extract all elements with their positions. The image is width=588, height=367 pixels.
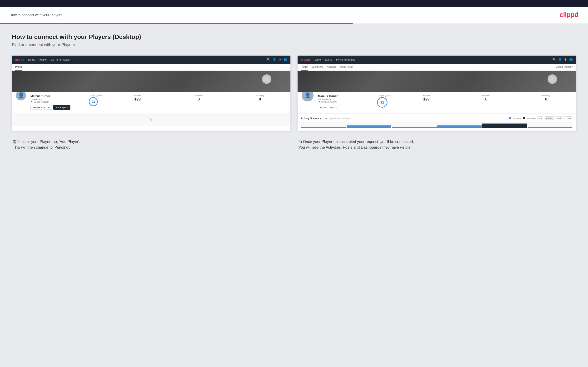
tab-whattoon-2[interactable]: What To On <box>340 64 353 71</box>
activity-subtitle: Monthly Activity · 6 Months <box>325 117 350 120</box>
stat-followers-2: Followers 0 <box>460 94 513 101</box>
activity-title: Activity Summary <box>301 117 321 120</box>
stat-following-2: Following 0 <box>519 94 573 101</box>
nav-teams-2[interactable]: Teams <box>325 58 332 61</box>
location-pin-icon-1: 📍 <box>30 101 33 103</box>
user-icon-1[interactable]: 👤 <box>273 58 276 61</box>
page-heading: How to connect with your Players (Deskto… <box>12 33 576 41</box>
profile-info-2: Marcus Turner 1-5 Handicap 📍 United King… <box>318 94 371 110</box>
header: How to connect with your Players clippd <box>0 7 588 23</box>
remove-player-wrapper: Remove Player ✕ <box>318 105 371 110</box>
filter-1mth[interactable]: 1 mth <box>565 117 573 120</box>
settings-icon-2[interactable]: ⚙ <box>564 58 567 61</box>
golf-banner-2 <box>298 71 576 92</box>
close-icon: ✕ <box>336 106 338 109</box>
stat-activities-2: Activities 129 <box>400 94 453 101</box>
tab-activities-2[interactable]: Activities <box>327 64 336 71</box>
player-handicap-2: 1-5 Handicap <box>318 98 371 101</box>
tab-profile-1[interactable]: Profile <box>15 64 22 71</box>
quality-circle-1: 92 <box>89 97 98 106</box>
tab-dashboard-2[interactable]: Dashboard <box>311 64 323 71</box>
top-bar <box>0 0 588 7</box>
globe-icon-2[interactable]: 🌐 <box>569 58 573 61</box>
profile-info-1: Marcus Turner 1-5 Handicap 📍 United King… <box>30 94 85 110</box>
quality-circle-2: 92 <box>377 97 388 108</box>
profile-section-1: 👤 Marcus Turner 1-5 Handicap 📍 United Ki… <box>12 92 290 113</box>
chart-bar-6 <box>527 127 572 128</box>
chart-area <box>301 122 573 128</box>
captions-row: 3) If this is your Player tap, 'Add Play… <box>12 139 576 150</box>
oncourse-legend-dot <box>509 117 511 119</box>
avatar-icon-1: 👤 <box>18 92 24 99</box>
player-name-2: Marcus Turner <box>318 94 371 98</box>
nav-right-1: 🔍 👤 ⚙ 🌐 <box>267 58 287 61</box>
quality-label-1: Player Quality <box>90 94 102 97</box>
screenshots-row: clippd Home Teams My Performance 🔍 👤 ⚙ 🌐… <box>12 56 576 131</box>
screenshot-2: clippd Home Teams My Performance 🔍 👤 ⚙ 🌐… <box>298 56 576 131</box>
caption-text-1: 3) If this is your Player tap, 'Add Play… <box>13 139 289 150</box>
filter-6mths[interactable]: 6 mths <box>545 117 554 120</box>
caption-block-2: 4) Once your Player has accepted your re… <box>298 139 576 150</box>
quality-label-2: Player Quality <box>379 94 390 97</box>
stats-group-2: Player Quality 92 <box>377 94 392 108</box>
chart-bar-1 <box>301 127 346 128</box>
search-icon-1[interactable]: 🔍 <box>267 58 270 61</box>
add-player-button-1[interactable]: Add Player + <box>53 105 70 110</box>
nav-home-2[interactable]: Home <box>314 58 321 61</box>
screenshot-bottom-1: ✎ <box>12 113 290 126</box>
nav-myperformance-2[interactable]: My Performance <box>336 58 355 61</box>
chart-bar-5 <box>482 124 527 128</box>
mock-tabs-2: Profile Dashboard Activities What To On … <box>298 64 576 71</box>
chart-bar-3 <box>392 127 436 128</box>
stat-activities-1: Activities 129 <box>110 94 164 101</box>
stat-following-1: Following 0 <box>233 94 287 101</box>
caption-block-1: 3) If this is your Player tap, 'Add Play… <box>12 139 290 150</box>
profile-buttons-1: Request to Follow Add Player + <box>30 105 85 110</box>
pencil-icon-1: ✎ <box>149 117 153 122</box>
activity-filters: On course Off course 1 yr 6 mths 3 mths … <box>509 117 573 120</box>
offcourse-label: Off course <box>527 117 536 119</box>
oncourse-label: On course <box>513 117 521 119</box>
nav-right-2: 🔍 👤 ⚙ 🌐 <box>552 58 573 61</box>
player-handicap-1: 1-5 Handicap <box>30 98 85 101</box>
chart-bar-2 <box>346 125 391 128</box>
player-name-1: Marcus Turner <box>30 94 85 98</box>
request-follow-button-1[interactable]: Request to Follow <box>30 105 52 110</box>
golf-banner-1 <box>12 71 290 92</box>
caption-text-2: 4) Once your Player has accepted your re… <box>299 139 575 150</box>
profile-section-2: 👤 Marcus Turner 1-5 Handicap 📍 United Ki… <box>298 92 576 113</box>
clippd-logo: clippd <box>560 11 579 18</box>
stats-group-1: Player Quality 92 <box>89 94 103 106</box>
filter-3mths[interactable]: 3 mths <box>555 117 564 120</box>
player-dropdown[interactable]: Marcus Turner ▾ <box>556 64 573 71</box>
nav-myperformance-1[interactable]: My Performance <box>51 58 70 61</box>
globe-icon-1[interactable]: 🌐 <box>284 58 287 61</box>
page-subheading: Find and connect with your Players <box>12 42 576 47</box>
chart-bar-4 <box>437 125 482 128</box>
header-title: How to connect with your Players <box>9 13 62 17</box>
avatar-icon-2: 👤 <box>304 92 311 99</box>
nav-home-1[interactable]: Home <box>28 58 35 61</box>
nav-logo-2: clippd <box>301 58 310 61</box>
mock-nav-2: clippd Home Teams My Performance 🔍 👤 ⚙ 🌐 <box>298 56 576 64</box>
nav-logo-1: clippd <box>15 58 24 61</box>
player-location-1: 📍 United Kingdom <box>30 101 85 103</box>
footer: Copyright Clippd 2022 <box>0 362 588 367</box>
main-content: How to connect with your Players (Deskto… <box>0 24 588 362</box>
screenshot-1: clippd Home Teams My Performance 🔍 👤 ⚙ 🌐… <box>12 56 290 131</box>
filter-1yr[interactable]: 1 yr <box>537 117 543 120</box>
mock-nav-1: clippd Home Teams My Performance 🔍 👤 ⚙ 🌐 <box>12 56 290 64</box>
stat-followers-1: Followers 0 <box>172 94 226 101</box>
search-icon-2[interactable]: 🔍 <box>552 58 556 61</box>
activity-section: Activity Summary Monthly Activity · 6 Mo… <box>298 113 576 131</box>
settings-icon-1[interactable]: ⚙ <box>278 58 281 61</box>
user-icon-2[interactable]: 👤 <box>558 58 562 61</box>
player-location-2: 📍 United Kingdom <box>318 101 371 103</box>
nav-teams-1[interactable]: Teams <box>39 58 47 61</box>
tab-profile-2[interactable]: Profile <box>301 64 308 71</box>
location-pin-icon-2: 📍 <box>318 101 321 103</box>
remove-player-button[interactable]: Remove Player ✕ <box>318 105 340 110</box>
activity-title-group: Activity Summary Monthly Activity · 6 Mo… <box>301 116 350 120</box>
mock-tabs-1: Profile <box>12 64 290 71</box>
activity-header: Activity Summary Monthly Activity · 6 Mo… <box>301 116 573 120</box>
